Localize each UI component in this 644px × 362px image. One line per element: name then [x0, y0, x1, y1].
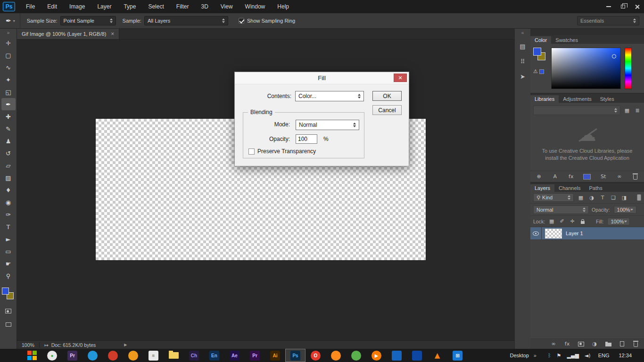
- layer-row[interactable]: Layer 1: [530, 227, 644, 240]
- volume-icon[interactable]: ◄): [585, 353, 591, 359]
- taskbar-app-after-effects[interactable]: Ae: [224, 349, 245, 362]
- menu-item-file[interactable]: File: [20, 0, 41, 13]
- grid-view-icon[interactable]: ▦: [623, 107, 631, 114]
- zoom-tool[interactable]: ⚲: [1, 270, 16, 282]
- add-layer-mask-icon[interactable]: [577, 340, 585, 348]
- taskbar-app-orange-circle[interactable]: [123, 349, 143, 362]
- show-sampling-ring-option[interactable]: Show Sampling Ring: [239, 18, 295, 24]
- gamut-warning-icon[interactable]: ⚠: [533, 68, 538, 74]
- delete-layer-icon[interactable]: [632, 340, 639, 348]
- taskbar-app-player[interactable]: ▶: [366, 349, 387, 362]
- taskbar-app-illustrator[interactable]: Ai: [265, 349, 285, 362]
- workspace-dropdown[interactable]: Essentials: [577, 16, 639, 25]
- taskbar-app-red-circle[interactable]: [103, 349, 123, 362]
- filter-smart-objects-icon[interactable]: ◨: [620, 194, 628, 201]
- collapse-toolbar-icon[interactable]: »: [0, 29, 17, 37]
- mode-dropdown[interactable]: Normal: [296, 120, 359, 130]
- eyedropper-tool[interactable]: ✒: [1, 98, 16, 110]
- lock-all-icon[interactable]: [579, 218, 586, 225]
- show-sampling-ring-checkbox[interactable]: [239, 18, 244, 24]
- add-content-icon[interactable]: ⊕: [535, 173, 543, 181]
- screen-mode-button[interactable]: [1, 319, 16, 330]
- web-safe-color-swatch[interactable]: [539, 69, 544, 74]
- lasso-tool[interactable]: ∿: [1, 61, 16, 74]
- tab-paths[interactable]: Paths: [585, 184, 607, 192]
- lock-pixels-icon[interactable]: ✐: [558, 218, 566, 225]
- sample-dropdown[interactable]: All Layers: [144, 16, 228, 25]
- lock-transparency-icon[interactable]: ▦: [548, 218, 555, 225]
- shape-tool[interactable]: ▭: [1, 245, 16, 257]
- tab-adjustments[interactable]: Adjustments: [559, 95, 596, 103]
- tab-styles[interactable]: Styles: [596, 95, 619, 103]
- new-group-icon[interactable]: [604, 340, 612, 348]
- list-view-icon[interactable]: ≣: [634, 107, 641, 114]
- taskbar-app-calculator[interactable]: ⊞: [447, 349, 468, 362]
- zoom-level[interactable]: 100%: [22, 342, 34, 348]
- taskbar-app-photoshop[interactable]: Ps: [285, 349, 305, 362]
- quick-mask-button[interactable]: [1, 305, 16, 317]
- tab-channels[interactable]: Channels: [554, 184, 585, 192]
- blur-tool[interactable]: ♦: [1, 184, 16, 196]
- taskbar-app-firefox[interactable]: [326, 349, 346, 362]
- dock-panel-icon-3[interactable]: ➤: [517, 71, 529, 82]
- ok-button[interactable]: OK: [372, 91, 402, 101]
- add-character-style-icon[interactable]: A: [551, 173, 559, 181]
- expand-panels-icon[interactable]: «: [515, 29, 530, 37]
- menu-item-view[interactable]: View: [215, 0, 239, 13]
- layer-visibility-toggle[interactable]: [530, 227, 542, 239]
- menu-item-image[interactable]: Image: [63, 0, 91, 13]
- menu-item-edit[interactable]: Edit: [41, 0, 63, 13]
- hand-tool[interactable]: ☛: [1, 257, 16, 270]
- gradient-tool[interactable]: ▨: [1, 172, 16, 184]
- toolbar-chevron-icon[interactable]: »: [534, 353, 537, 358]
- taskbar-app-en[interactable]: En: [204, 349, 224, 362]
- link-icon[interactable]: ∞: [616, 173, 623, 181]
- crop-tool[interactable]: ◱: [1, 86, 16, 98]
- document-tab[interactable]: Gif Image @ 100% (Layer 1, RGB/8) ×: [17, 29, 119, 39]
- menu-item-3d[interactable]: 3D: [195, 0, 214, 13]
- network-icon[interactable]: ▂▄▆: [567, 353, 578, 359]
- action-flag-icon[interactable]: ⚑: [557, 353, 561, 359]
- link-layers-icon[interactable]: ∞: [550, 340, 557, 348]
- sample-size-dropdown[interactable]: Point Sample: [60, 16, 116, 25]
- contents-dropdown[interactable]: Color...: [295, 91, 364, 101]
- type-tool[interactable]: T: [1, 221, 16, 233]
- add-paragraph-style-icon[interactable]: St: [600, 173, 607, 181]
- menu-item-type[interactable]: Type: [117, 0, 142, 13]
- cancel-button[interactable]: Cancel: [372, 105, 402, 115]
- clock[interactable]: 12:34: [619, 353, 632, 358]
- minimize-button[interactable]: [602, 0, 616, 13]
- filter-type-layers-icon[interactable]: T: [599, 194, 606, 201]
- dodge-tool[interactable]: ◉: [1, 196, 16, 208]
- opacity-input[interactable]: [296, 134, 317, 144]
- taskbar-app-blue-circle[interactable]: [83, 349, 103, 362]
- brush-tool[interactable]: ✎: [1, 123, 16, 135]
- delete-icon[interactable]: [632, 173, 639, 181]
- path-selection-tool[interactable]: ►: [1, 233, 16, 245]
- preserve-transparency-checkbox[interactable]: [248, 148, 255, 155]
- tab-libraries[interactable]: Libraries: [530, 95, 559, 103]
- tool-preset-picker[interactable]: ✒ ▾: [0, 13, 20, 28]
- taskbar-app-notes[interactable]: ≡: [143, 349, 164, 362]
- preserve-transparency-option[interactable]: Preserve Transparency: [248, 148, 316, 155]
- blend-mode-dropdown[interactable]: Normal: [533, 206, 589, 214]
- dialog-close-button[interactable]: ✕: [394, 74, 407, 82]
- dock-panel-icon-1[interactable]: ▤: [517, 41, 529, 52]
- clone-stamp-tool[interactable]: ♟: [1, 135, 16, 147]
- taskbar-app-photos[interactable]: [387, 349, 407, 362]
- spot-healing-brush-tool[interactable]: ✚: [1, 110, 16, 123]
- new-adjustment-layer-icon[interactable]: ◑: [591, 340, 598, 348]
- close-button[interactable]: [630, 0, 644, 13]
- taskbar-app-premiere-2[interactable]: Pr: [245, 349, 265, 362]
- restore-button[interactable]: [616, 0, 630, 13]
- library-select-dropdown[interactable]: [533, 106, 620, 115]
- taskbar-app-movie[interactable]: [407, 349, 427, 362]
- desktop-toolbar-label[interactable]: Desktop: [510, 353, 529, 358]
- status-expand-icon[interactable]: ▶: [124, 343, 127, 347]
- new-layer-icon[interactable]: [618, 340, 626, 348]
- dock-panel-icon-2[interactable]: ⠿: [517, 56, 529, 67]
- tab-close-icon[interactable]: ×: [111, 31, 114, 37]
- filter-adjustment-layers-icon[interactable]: ◑: [588, 194, 595, 201]
- taskbar-app-opera[interactable]: O: [305, 349, 326, 362]
- layer-style-icon[interactable]: fx: [563, 340, 571, 348]
